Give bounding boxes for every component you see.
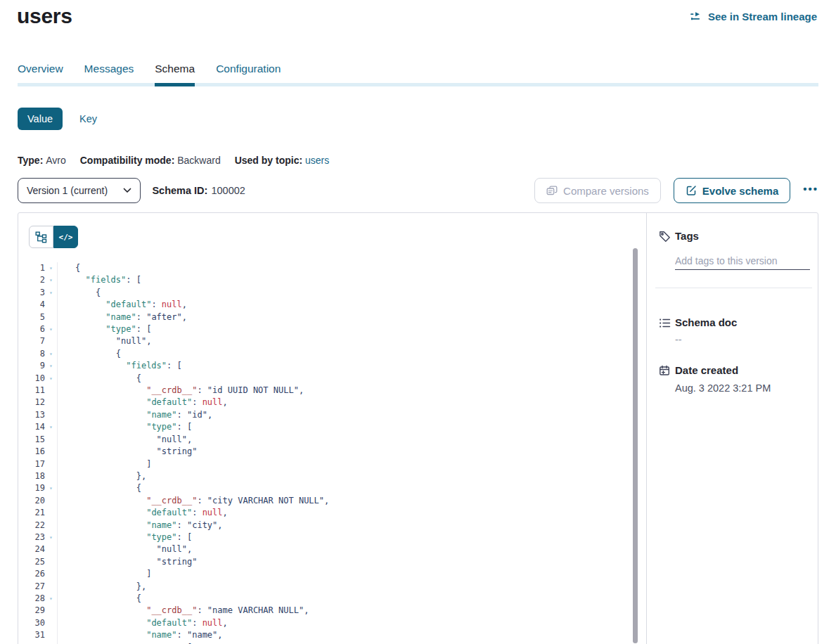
code-view-icon: </> (59, 233, 73, 242)
line-number: 1 (18, 262, 45, 274)
evolve-schema-button[interactable]: Evolve schema (674, 178, 790, 203)
code-content[interactable]: { (57, 482, 646, 494)
code-line: 23▾ "type": [ (18, 532, 646, 543)
line-number: 23 (18, 532, 45, 543)
code-line: 26 ] (18, 568, 646, 580)
code-view-button[interactable]: </> (53, 226, 78, 248)
fold-spacer (45, 409, 57, 421)
see-in-stream-lineage-link[interactable]: See in Stream lineage (690, 11, 817, 22)
editor-vertical-scrollbar[interactable] (633, 248, 638, 643)
value-key-toggle: Value Key (18, 108, 97, 130)
fold-arrow-icon[interactable]: ▾ (45, 360, 57, 372)
code-content[interactable]: { (57, 373, 646, 385)
tab-overview[interactable]: Overview (18, 63, 63, 82)
key-toggle-button[interactable]: Key (79, 113, 97, 124)
line-number: 7 (18, 335, 45, 347)
schema-panel: </> 1▾{2▾ "fields": [3▾ {4 "default": nu… (18, 212, 818, 644)
code-line: 22 "name": "city", (18, 520, 646, 532)
code-content[interactable]: "name": "city", (57, 520, 646, 532)
code-line: 8▾ { (18, 348, 646, 360)
line-number: 27 (18, 581, 45, 593)
code-line: 29 "__crdb__": "name VARCHAR NULL", (18, 605, 646, 617)
used-by-topic-label: Used by topic: (235, 155, 302, 166)
code-content[interactable]: ] (57, 568, 646, 580)
stream-lineage-icon (690, 11, 703, 22)
fold-spacer (45, 335, 57, 347)
fold-spacer (45, 507, 57, 519)
code-content[interactable]: { (57, 287, 646, 299)
fold-spacer (45, 520, 57, 532)
line-number: 15 (18, 434, 45, 446)
line-number: 4 (18, 299, 45, 311)
compatibility-label: Compatibility mode: (80, 155, 175, 166)
code-content[interactable]: "fields": [ (57, 360, 646, 372)
tab-track (18, 83, 818, 86)
fold-arrow-icon[interactable]: ▾ (45, 593, 57, 605)
tab-messages[interactable]: Messages (84, 63, 134, 82)
code-content[interactable]: "default": null, (57, 617, 646, 629)
code-content[interactable]: ] (57, 458, 646, 470)
code-content[interactable]: "type": [ (57, 642, 646, 644)
code-content[interactable]: }, (57, 581, 646, 593)
line-number: 20 (18, 495, 45, 507)
fold-spacer (45, 434, 57, 446)
code-content[interactable]: "__crdb__": "id UUID NOT NULL", (57, 385, 646, 397)
type-value: Avro (46, 155, 66, 166)
tree-view-button[interactable] (29, 226, 53, 248)
code-content[interactable]: { (57, 348, 646, 360)
code-line: 17 ] (18, 458, 646, 470)
code-content[interactable]: }, (57, 470, 646, 482)
compare-versions-button[interactable]: Compare versions (534, 178, 661, 203)
value-toggle-button[interactable]: Value (18, 108, 63, 130)
tab-configuration[interactable]: Configuration (216, 63, 281, 82)
code-content[interactable]: "type": [ (57, 323, 646, 335)
date-created-heading: Date created (675, 364, 738, 376)
code-content[interactable]: "string" (57, 446, 646, 458)
add-tags-input[interactable] (675, 252, 810, 270)
code-content[interactable]: "name": "after", (57, 311, 646, 323)
code-line: 24 "null", (18, 543, 646, 555)
fold-arrow-icon[interactable]: ▾ (45, 287, 57, 299)
fold-spacer (45, 568, 57, 580)
fold-arrow-icon[interactable]: ▾ (45, 262, 57, 274)
code-content[interactable]: "null", (57, 335, 646, 347)
version-select[interactable]: Version 1 (current) (18, 178, 141, 203)
code-line: 9▾ "fields": [ (18, 360, 646, 372)
fold-arrow-icon[interactable]: ▾ (45, 532, 57, 543)
code-content[interactable]: "string" (57, 556, 646, 568)
fold-arrow-icon[interactable]: ▾ (45, 323, 57, 335)
fold-arrow-icon[interactable]: ▾ (45, 348, 57, 360)
code-content[interactable]: "type": [ (57, 421, 646, 433)
schema-meta-row: Type: Avro Compatibility mode: Backward … (18, 155, 329, 166)
code-content[interactable]: "name": "name", (57, 629, 646, 641)
chevron-down-icon (123, 187, 131, 194)
code-content[interactable]: "null", (57, 434, 646, 446)
fold-arrow-icon[interactable]: ▾ (45, 274, 57, 286)
code-content[interactable]: "null", (57, 543, 646, 555)
code-content[interactable]: "default": null, (57, 299, 646, 311)
code-lines: 1▾{2▾ "fields": [3▾ {4 "default": null,5… (18, 262, 646, 644)
fold-spacer (45, 446, 57, 458)
line-number: 30 (18, 617, 45, 629)
code-content[interactable]: "name": "id", (57, 409, 646, 421)
code-content[interactable]: "fields": [ (57, 274, 646, 286)
fold-arrow-icon[interactable]: ▾ (45, 373, 57, 385)
code-line: 15 "null", (18, 434, 646, 446)
schema-doc-value: -- (675, 334, 682, 345)
code-content[interactable]: "type": [ (57, 532, 646, 543)
topic-link[interactable]: users (305, 155, 329, 166)
more-actions-button[interactable]: ••• (803, 183, 818, 199)
tab-schema[interactable]: Schema (155, 63, 195, 82)
code-content[interactable]: "__crdb__": "name VARCHAR NULL", (57, 605, 646, 617)
fold-arrow-icon[interactable]: ▾ (45, 482, 57, 494)
code-content[interactable]: { (57, 262, 646, 274)
code-content[interactable]: "default": null, (57, 507, 646, 519)
code-line: 30 "default": null, (18, 617, 646, 629)
code-content[interactable]: "default": null, (57, 397, 646, 408)
fold-arrow-icon[interactable]: ▾ (45, 642, 57, 644)
code-content[interactable]: "__crdb__": "city VARCHAR NOT NULL", (57, 495, 646, 507)
code-content[interactable]: { (57, 593, 646, 605)
code-line: 1▾{ (18, 262, 646, 274)
fold-spacer (45, 470, 57, 482)
fold-arrow-icon[interactable]: ▾ (45, 421, 57, 433)
